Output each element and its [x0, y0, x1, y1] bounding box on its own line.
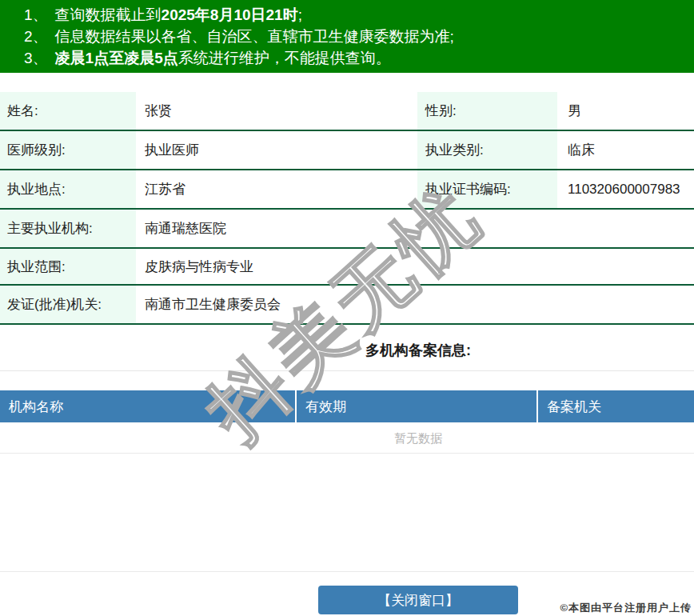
notice-text: ;	[298, 6, 302, 23]
field-label-doctor-level: 医师级别:	[0, 131, 136, 169]
practitioner-info-table: 姓名: 张贤 性别: 男 医师级别: 执业医师 执业类别: 临床 执业地点: 江…	[0, 92, 694, 325]
field-value-practice-scope: 皮肤病与性病专业	[136, 249, 694, 284]
field-label-practice-location: 执业地点:	[0, 170, 136, 208]
column-header-institution-name: 机构名称	[0, 390, 297, 422]
table-row-practice-scope: 执业范围: 皮肤病与性病专业	[0, 249, 694, 286]
field-value-practice-category: 临床	[557, 131, 694, 169]
notice-number: 1、	[24, 6, 48, 23]
notice-number: 3、	[24, 50, 48, 66]
notice-text: 信息数据结果以各省、自治区、直辖市卫生健康委数据为准;	[55, 28, 454, 45]
section-title-multi-org-records: 多机构备案信息:	[0, 341, 694, 360]
field-value-main-institution: 南通瑞慈医院	[136, 210, 694, 247]
field-label-main-institution: 主要执业机构:	[0, 210, 136, 247]
notice-number: 2、	[24, 28, 48, 45]
field-value-gender: 男	[557, 92, 694, 130]
field-value-issuing-authority: 南通市卫生健康委员会	[136, 286, 694, 323]
copyright-watermark: ©本图由平台注册用户上传	[560, 601, 692, 615]
field-value-certificate-number: 110320600007983	[557, 170, 694, 208]
record-table-header: 机构名称 有效期 备案机关	[0, 390, 694, 422]
notice-line-3: 3、凌晨1点至凌晨5点系统进行维护，不能提供查询。	[0, 47, 694, 69]
field-label-issuing-authority: 发证(批准)机关:	[0, 286, 136, 323]
notice-line-2: 2、信息数据结果以各省、自治区、直辖市卫生健康委数据为准;	[0, 26, 694, 47]
column-header-record-authority: 备案机关	[538, 390, 694, 422]
table-row-issuing-authority: 发证(批准)机关: 南通市卫生健康委员会	[0, 286, 694, 325]
field-label-gender: 性别:	[417, 92, 557, 130]
table-row-name-gender: 姓名: 张贤 性别: 男	[0, 92, 694, 131]
field-label-name: 姓名:	[0, 92, 136, 130]
notice-text: 查询数据截止到	[55, 6, 162, 23]
field-label-practice-scope: 执业范围:	[0, 249, 136, 284]
section-divider	[0, 370, 694, 371]
field-label-certificate-number: 执业证书编码:	[417, 170, 557, 208]
field-value-name: 张贤	[136, 92, 417, 130]
page-wrapper: 1、查询数据截止到2025年8月10日21时; 2、信息数据结果以各省、自治区、…	[0, 0, 694, 454]
field-value-doctor-level: 执业医师	[136, 131, 417, 169]
notice-text: 系统进行维护，不能提供查询。	[178, 50, 391, 66]
table-row-main-institution: 主要执业机构: 南通瑞慈医院	[0, 210, 694, 249]
notice-banner: 1、查询数据截止到2025年8月10日21时; 2、信息数据结果以各省、自治区、…	[0, 0, 694, 73]
close-window-button[interactable]: 【关闭窗口】	[318, 586, 518, 614]
multi-org-record-table: 机构名称 有效期 备案机关 暂无数据	[0, 390, 694, 454]
field-value-practice-location: 江苏省	[136, 170, 417, 208]
field-label-practice-category: 执业类别:	[417, 131, 557, 169]
notice-bold-text: 凌晨1点至凌晨5点	[55, 50, 178, 66]
table-row-level-category: 医师级别: 执业医师 执业类别: 临床	[0, 131, 694, 170]
notice-bold-text: 2025年8月10日21时	[162, 6, 298, 23]
empty-data-text: 暂无数据	[0, 422, 694, 454]
table-row-location-certificate: 执业地点: 江苏省 执业证书编码: 110320600007983	[0, 170, 694, 210]
column-header-validity-period: 有效期	[297, 390, 538, 422]
footer-divider	[0, 571, 694, 572]
notice-line-1: 1、查询数据截止到2025年8月10日21时;	[0, 4, 694, 26]
